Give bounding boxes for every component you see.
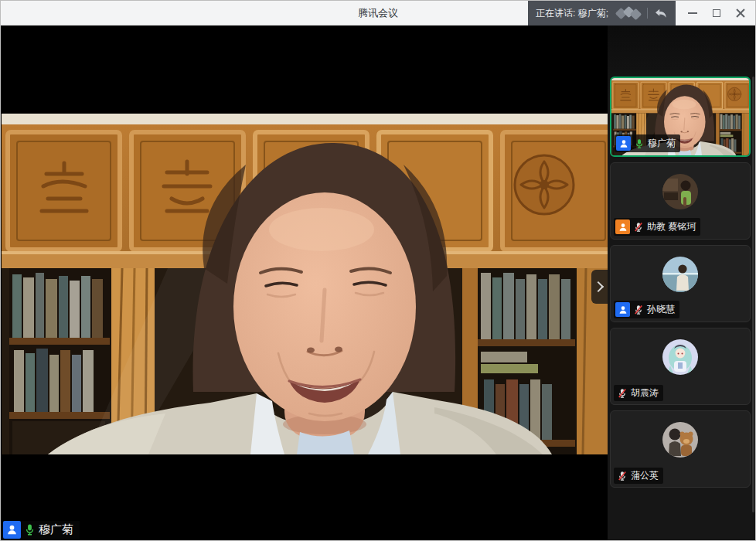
meeting-content: 穆广菊 穆广菊 xyxy=(1,26,755,541)
window-controls xyxy=(680,1,752,26)
main-speaker-badge: 穆广菊 xyxy=(3,521,80,539)
participant-name: 蒲公英 xyxy=(631,469,659,482)
active-speaker-indicator: 正在讲话: 穆广菊; xyxy=(528,1,676,26)
participant-badge: 助教 蔡铭珂 xyxy=(614,218,700,236)
app-title: 腾讯会议 xyxy=(358,1,398,25)
minimize-icon xyxy=(688,12,697,14)
participant-avatar xyxy=(662,257,698,292)
participant-badge: 蒲公英 xyxy=(614,468,663,484)
mic-on-icon xyxy=(634,138,645,149)
participant-name: 胡震涛 xyxy=(631,386,659,400)
chevron-right-icon xyxy=(593,281,604,292)
meeting-logo-icon xyxy=(615,6,641,20)
participant-badge: 穆广菊 xyxy=(615,134,680,152)
maximize-icon xyxy=(713,9,720,17)
mic-muted-icon xyxy=(633,222,644,233)
participant-name: 孙晓慧 xyxy=(647,303,675,316)
user-avatar-icon xyxy=(3,521,21,539)
participant-tile-muguangju[interactable]: 穆广菊 xyxy=(610,77,751,157)
mic-muted-icon xyxy=(633,305,644,315)
sidebar-collapse-button[interactable] xyxy=(591,270,608,304)
main-video-stage[interactable]: 穆广菊 xyxy=(1,26,608,541)
participant-tile-sunxiaohui[interactable]: 孙晓慧 xyxy=(610,245,751,322)
user-avatar-icon xyxy=(615,302,630,317)
participant-name: 穆广菊 xyxy=(648,137,676,150)
sidebar-scrollbar[interactable] xyxy=(752,77,754,512)
participant-badge: 孙晓慧 xyxy=(614,301,679,318)
speaker-name: 穆广菊 xyxy=(39,522,73,537)
user-avatar-icon xyxy=(616,136,631,151)
return-arrow-icon[interactable] xyxy=(654,8,668,19)
main-video-feed xyxy=(1,114,608,454)
mic-muted-icon xyxy=(617,388,628,399)
close-button[interactable] xyxy=(728,1,752,26)
separator xyxy=(647,8,648,19)
mic-muted-icon xyxy=(617,471,628,481)
participant-avatar xyxy=(662,339,698,375)
close-icon xyxy=(736,9,745,18)
participant-tile-pugongying[interactable]: 蒲公英 xyxy=(610,410,751,488)
user-avatar-icon xyxy=(615,219,630,234)
mic-on-icon xyxy=(23,523,36,536)
tencent-meeting-window: 腾讯会议 正在讲话: 穆广菊; xyxy=(0,0,756,541)
titlebar: 腾讯会议 正在讲话: 穆广菊; xyxy=(1,1,755,26)
participants-sidebar: 穆广菊 助教 蔡铭珂 xyxy=(608,26,755,541)
minimize-button[interactable] xyxy=(680,1,704,26)
speaking-label: 正在讲话: 穆广菊; xyxy=(536,7,608,20)
maximize-button[interactable] xyxy=(704,1,728,26)
participant-name: 助教 蔡铭珂 xyxy=(647,220,696,233)
participant-tile-caimingke[interactable]: 助教 蔡铭珂 xyxy=(610,162,751,240)
participant-tile-huzhentao[interactable]: 胡震涛 xyxy=(610,328,751,405)
participant-avatar xyxy=(662,174,698,209)
participant-avatar xyxy=(662,422,698,458)
participant-badge: 胡震涛 xyxy=(614,385,663,401)
